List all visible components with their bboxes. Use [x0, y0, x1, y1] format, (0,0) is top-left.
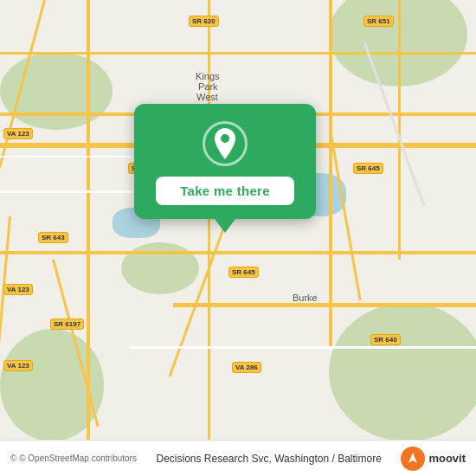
road-v1	[87, 0, 90, 476]
green-area-4	[329, 303, 476, 441]
label-sr640: SR 640	[370, 334, 401, 345]
road-h5	[0, 52, 476, 55]
label-park: Park	[198, 81, 218, 92]
road-v3	[329, 0, 332, 346]
location-pin-icon	[212, 128, 238, 159]
green-area-2	[0, 52, 113, 130]
map-container: SR 620 SR 651 VA 123 SR 54 SR 645 SR 643…	[0, 0, 476, 476]
label-va123-mid: VA 123	[3, 284, 33, 295]
label-sr651: SR 651	[363, 16, 394, 27]
attribution-text: © OpenStreetMap contributors	[19, 453, 137, 463]
label-kings: Kings	[196, 71, 220, 81]
popup-card: Take me there	[134, 104, 316, 219]
green-area-5	[121, 242, 199, 294]
moovit-logo: moovit	[401, 447, 466, 471]
map-subtitle: Decisions Research Svc, Washington / Bal…	[144, 453, 394, 465]
label-va123-bot: VA 123	[3, 360, 33, 371]
label-sr645-right: SR 645	[353, 163, 383, 174]
moovit-icon	[401, 447, 425, 471]
label-va286: VA 286	[232, 362, 261, 373]
bottom-bar: © © OpenStreetMap contributors Decisions…	[0, 440, 476, 476]
label-west: West	[196, 92, 218, 102]
road-h3	[0, 251, 476, 254]
road-h4	[173, 303, 476, 307]
label-sr645-mid: SR 645	[228, 267, 259, 278]
label-sr643: SR 643	[38, 232, 68, 243]
moovit-icon-svg	[405, 451, 421, 466]
moovit-text: moovit	[428, 452, 466, 465]
label-sr6197: SR 6197	[50, 318, 84, 330]
take-me-there-button[interactable]: Take me there	[156, 177, 294, 205]
label-burke: Burke	[293, 293, 318, 303]
attribution-symbol: ©	[10, 453, 19, 463]
label-va123-top: VA 123	[3, 128, 33, 139]
road-v4	[398, 0, 401, 260]
label-sr620: SR 620	[189, 16, 219, 27]
location-icon-circle	[203, 121, 248, 166]
road-w2	[130, 346, 476, 349]
attribution: © © OpenStreetMap contributors	[10, 453, 137, 463]
svg-point-0	[221, 134, 229, 143]
